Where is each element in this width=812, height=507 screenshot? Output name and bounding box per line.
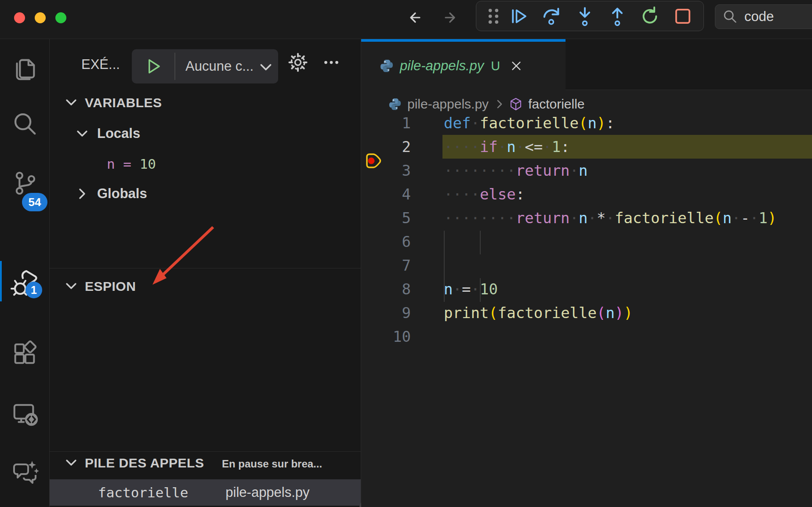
code-line-current[interactable]: 2····if·n·<=·1: bbox=[361, 135, 812, 159]
call-stack-frame[interactable]: factorielle pile-appels.py bbox=[50, 479, 361, 506]
code-token: ( bbox=[579, 114, 587, 132]
sidebar-item-explorer[interactable] bbox=[0, 42, 49, 95]
tab-pile-appels[interactable]: pile-appels.py U bbox=[361, 39, 566, 90]
code-token: ···· bbox=[444, 138, 480, 156]
line-text: print(factorielle(n)) bbox=[444, 301, 633, 325]
sidebar-item-source-control[interactable]: 54 bbox=[0, 157, 49, 210]
code-token: · bbox=[471, 114, 479, 132]
gripper-icon[interactable] bbox=[482, 5, 504, 27]
code-token: · bbox=[588, 209, 597, 227]
line-number[interactable]: 8 bbox=[361, 277, 411, 301]
debug-badge: 1 bbox=[25, 282, 42, 298]
python-icon bbox=[388, 98, 402, 111]
sidebar-item-run-and-debug[interactable]: 1 bbox=[0, 256, 49, 309]
variables-section-header[interactable]: VARIABLES bbox=[85, 95, 162, 110]
breadcrumb-symbol[interactable]: factorielle bbox=[528, 97, 584, 112]
code-line[interactable]: 5········return·n·*·factorielle(n·-·1) bbox=[361, 206, 812, 230]
source-control-badge: 54 bbox=[22, 193, 47, 211]
code-token: : bbox=[606, 114, 615, 132]
sidebar-item-extensions[interactable] bbox=[0, 327, 49, 380]
code-token: 10 bbox=[480, 280, 498, 298]
code-token: ) bbox=[768, 209, 776, 227]
frame-name: factorielle bbox=[98, 485, 188, 500]
tab-git-status: U bbox=[491, 59, 500, 73]
line-text: ········return·n bbox=[444, 159, 588, 182]
sidebar-title: EXÉ... bbox=[81, 57, 120, 72]
zoom-window-button[interactable] bbox=[55, 12, 66, 23]
restart-icon[interactable] bbox=[639, 5, 661, 27]
debug-configuration-dropdown[interactable]: Aucune c... bbox=[132, 49, 278, 83]
stop-icon[interactable] bbox=[672, 5, 694, 27]
code-token: n bbox=[588, 114, 597, 132]
chevron-down-icon[interactable] bbox=[64, 279, 78, 293]
tab-label: pile-appels.py bbox=[400, 58, 484, 74]
variable-row[interactable]: n = 10 bbox=[107, 156, 156, 172]
line-number[interactable]: 3 bbox=[361, 159, 411, 182]
code-token: · bbox=[471, 280, 479, 298]
debug-configuration-label: Aucune c... bbox=[185, 58, 254, 74]
code-line[interactable]: 7 bbox=[361, 254, 812, 277]
code-line[interactable]: 6 bbox=[361, 230, 812, 254]
line-number[interactable]: 6 bbox=[361, 230, 411, 254]
code-line[interactable]: 9print(factorielle(n)) bbox=[361, 301, 812, 325]
line-number[interactable]: 10 bbox=[361, 325, 411, 348]
line-number[interactable]: 9 bbox=[361, 301, 411, 325]
call-stack-section-header[interactable]: PILE DES APPELS bbox=[85, 456, 204, 471]
line-number[interactable]: 2 bbox=[361, 135, 411, 159]
code-token: factorielle bbox=[498, 304, 597, 322]
code-line[interactable]: 1def·factorielle(n): bbox=[361, 111, 812, 135]
gear-icon[interactable] bbox=[287, 51, 309, 73]
watch-section-header[interactable]: ESPION bbox=[85, 279, 136, 294]
python-icon bbox=[380, 59, 394, 73]
chevron-right-icon bbox=[494, 98, 505, 110]
chevron-right-icon[interactable] bbox=[75, 187, 89, 201]
section-divider bbox=[50, 268, 361, 268]
code-token: · bbox=[570, 209, 579, 227]
breadcrumb-file[interactable]: pile-appels.py bbox=[407, 97, 489, 112]
code-line[interactable]: 4····else: bbox=[361, 182, 812, 206]
code-token: return bbox=[516, 209, 570, 227]
step-over-icon[interactable] bbox=[541, 5, 563, 27]
navigate-back-icon[interactable] bbox=[406, 8, 426, 27]
sidebar-item-chat[interactable] bbox=[0, 447, 49, 500]
step-out-icon[interactable] bbox=[606, 5, 628, 27]
search-icon bbox=[11, 111, 38, 138]
code-token: · bbox=[570, 162, 579, 179]
chevron-down-icon[interactable] bbox=[64, 95, 78, 109]
continue-icon[interactable] bbox=[508, 5, 530, 27]
code-token: · bbox=[543, 138, 551, 156]
code-token: factorielle bbox=[615, 209, 714, 227]
globals-scope[interactable]: Globals bbox=[97, 186, 147, 202]
code-token: ) bbox=[624, 304, 632, 322]
navigate-forward-icon[interactable] bbox=[439, 8, 459, 27]
code-area[interactable]: n = 10 1def·factorielle(n):2····if·n·<=·… bbox=[361, 111, 812, 507]
code-line[interactable]: 3········return·n bbox=[361, 159, 812, 182]
start-debug-icon[interactable] bbox=[144, 57, 163, 76]
close-icon[interactable] bbox=[510, 59, 523, 72]
chevron-down-icon[interactable] bbox=[75, 127, 89, 141]
more-actions-icon[interactable] bbox=[320, 51, 342, 73]
close-window-button[interactable] bbox=[14, 12, 25, 23]
code-token: factorielle bbox=[480, 114, 579, 132]
code-token: ) bbox=[615, 304, 624, 322]
code-line[interactable]: 10 bbox=[361, 325, 812, 348]
code-token: ( bbox=[714, 209, 722, 227]
line-text: ····if·n·<=·1: bbox=[444, 135, 570, 159]
minimize-window-button[interactable] bbox=[35, 12, 46, 23]
line-number[interactable]: 5 bbox=[361, 206, 411, 230]
line-number[interactable]: 1 bbox=[361, 111, 411, 135]
line-number[interactable]: 4 bbox=[361, 182, 411, 206]
code-line[interactable]: 8n·=·10 bbox=[361, 277, 812, 301]
sidebar-item-search[interactable] bbox=[0, 98, 49, 151]
variable-value: 10 bbox=[140, 156, 156, 172]
sidebar-item-remote-explorer[interactable] bbox=[0, 388, 49, 441]
locals-scope[interactable]: Locals bbox=[97, 126, 140, 141]
line-number[interactable]: 7 bbox=[361, 254, 411, 277]
code-token: def bbox=[444, 114, 471, 132]
chevron-down-icon[interactable] bbox=[64, 456, 78, 470]
step-into-icon[interactable] bbox=[574, 5, 596, 27]
files-icon bbox=[11, 55, 38, 82]
extensions-icon bbox=[11, 340, 38, 367]
symbol-class-icon bbox=[509, 97, 523, 111]
command-center-search[interactable]: code bbox=[715, 4, 812, 29]
